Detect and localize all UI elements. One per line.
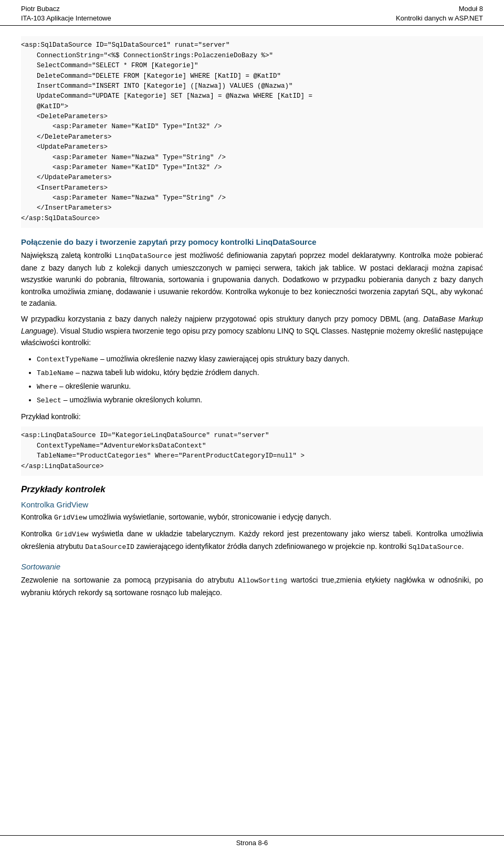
properties-list: ContextTypeName – umożliwia określenie n… [37, 353, 483, 407]
course-name: ITA-103 Aplikacje Internetowe [21, 14, 111, 22]
sortowanie-heading: Sortowanie [21, 562, 483, 571]
section1-heading: Połączenie do bazy i tworzenie zapytań p… [21, 237, 483, 246]
section1-paragraph1: Największą zaletą kontrolki LinqDataSour… [21, 250, 483, 309]
header-left: Piotr Bubacz ITA-103 Aplikacje Interneto… [21, 4, 111, 23]
gridview-paragraph2: Kontrolka GridView wyświetla dane w ukła… [21, 528, 483, 553]
list-item: Select – umożliwia wybranie określonych … [37, 394, 483, 407]
subsection1-heading: Kontrolka GridView [21, 500, 483, 509]
main-content: <asp:SqlDataSource ID="SqlDataSource1" r… [0, 31, 504, 624]
topic-label: Kontrolki danych w ASP.NET [396, 14, 483, 22]
module-label: Moduł 8 [459, 5, 483, 13]
header-right: Moduł 8 Kontrolki danych w ASP.NET [396, 4, 483, 23]
section2-heading: Przykłady kontrolek [21, 484, 483, 495]
sortowanie-paragraph1: Zezwolenie na sortowanie za pomocą przyp… [21, 574, 483, 598]
list-item: Where – określenie warunku. [37, 380, 483, 393]
list-item: TableName – nazwa tabeli lub widoku, któ… [37, 367, 483, 379]
page-footer: Strona 8-6 [0, 835, 504, 847]
przyklad-label: Przykład kontrolki: [21, 411, 483, 422]
gridview-paragraph1: Kontrolka GridView umożliwia wyświetlani… [21, 511, 483, 524]
code-block-sqldatasource: <asp:SqlDataSource ID="SqlDataSource1" r… [21, 36, 483, 228]
list-item: ContextTypeName – umożliwia określenie n… [37, 353, 483, 366]
author-name: Piotr Bubacz [21, 5, 60, 13]
page-number: Strona 8-6 [236, 839, 268, 847]
page-header: Piotr Bubacz ITA-103 Aplikacje Interneto… [0, 0, 504, 26]
code-block-linqdatasource: <asp:LinqDataSource ID="KategorieLinqDat… [21, 427, 483, 476]
section1-paragraph2: W przypadku korzystania z bazy danych na… [21, 313, 483, 348]
